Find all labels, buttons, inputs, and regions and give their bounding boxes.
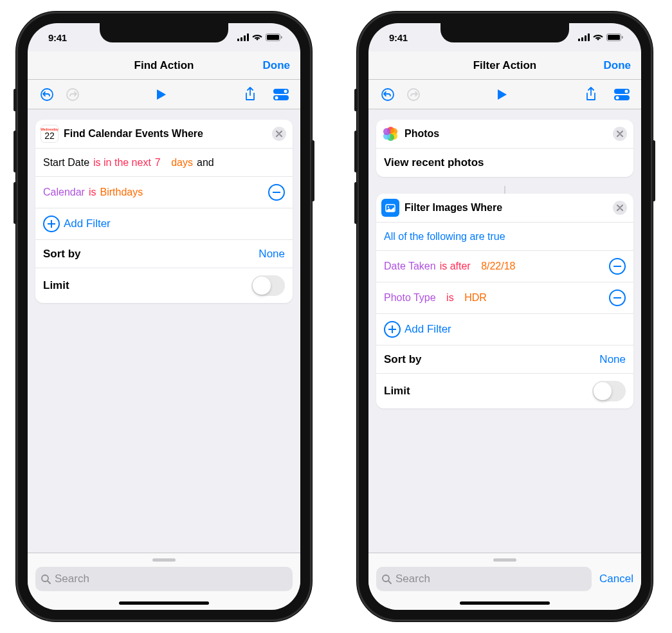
condition-mode-row[interactable]: All of the following are true <box>376 223 633 251</box>
svg-rect-5 <box>267 35 279 40</box>
limit-row[interactable]: Limit <box>35 268 293 303</box>
phone-right: 9:41 Filter Action Done <box>357 12 653 621</box>
view-recent-photos-row[interactable]: View recent photos <box>376 149 633 177</box>
sort-by-row[interactable]: Sort by None <box>35 240 293 268</box>
close-button[interactable] <box>272 127 286 141</box>
card-title: Filter Images Where <box>404 202 608 214</box>
close-button[interactable] <box>613 127 627 141</box>
filter-row-photo-type[interactable]: Photo Type is HDR <box>376 282 633 314</box>
nav-title: Find Action <box>134 59 194 72</box>
find-calendar-card: Wednesday 22 Find Calendar Events Where … <box>35 120 293 303</box>
svg-rect-1 <box>241 37 242 41</box>
card-title: Find Calendar Events Where <box>64 128 267 140</box>
svg-point-26 <box>616 96 619 99</box>
add-icon <box>384 321 401 338</box>
cancel-button[interactable]: Cancel <box>599 573 633 585</box>
limit-row[interactable]: Limit <box>376 374 633 408</box>
wifi-icon <box>252 33 262 41</box>
svg-rect-2 <box>244 35 246 41</box>
svg-rect-15 <box>581 37 583 41</box>
svg-rect-6 <box>281 36 282 39</box>
svg-point-10 <box>284 89 287 93</box>
limit-switch[interactable] <box>592 381 626 401</box>
svg-point-24 <box>625 89 628 93</box>
svg-point-28 <box>388 206 389 208</box>
remove-filter-button[interactable] <box>268 184 285 201</box>
photos-card: Photos View recent photos <box>376 120 633 177</box>
search-icon <box>381 574 392 584</box>
signal-icon <box>237 33 249 41</box>
status-time: 9:41 <box>48 32 67 43</box>
svg-rect-0 <box>237 39 239 41</box>
settings-button[interactable] <box>612 84 632 105</box>
home-indicator[interactable] <box>119 601 209 605</box>
nav-bar: Filter Action Done <box>368 51 641 80</box>
flow-connector <box>504 186 505 194</box>
redo-button <box>62 84 83 105</box>
play-button[interactable] <box>492 84 513 105</box>
settings-button[interactable] <box>271 84 291 105</box>
svg-point-8 <box>67 89 78 100</box>
calendar-icon: Wednesday 22 <box>41 125 59 143</box>
photos-icon <box>381 125 399 143</box>
play-button[interactable] <box>151 84 172 105</box>
remove-filter-button[interactable] <box>609 289 626 306</box>
svg-point-7 <box>41 89 53 100</box>
drag-handle-icon[interactable] <box>152 558 176 562</box>
search-icon <box>41 574 51 584</box>
phone-left: 9:41 Find Action Done Wednesd <box>16 12 312 621</box>
toolbar <box>368 80 641 109</box>
filter-row-date-taken[interactable]: Date Taken is after 8/22/18 <box>376 251 633 282</box>
done-button[interactable]: Done <box>263 59 291 72</box>
redo-button <box>403 84 424 105</box>
drag-handle-icon[interactable] <box>493 558 516 562</box>
add-icon <box>43 216 60 232</box>
bottom-panel[interactable]: Search <box>28 553 300 610</box>
limit-switch[interactable] <box>251 275 285 296</box>
undo-button[interactable] <box>37 84 57 105</box>
images-icon <box>381 199 399 217</box>
nav-bar: Find Action Done <box>28 51 300 80</box>
svg-rect-3 <box>247 33 249 41</box>
undo-button[interactable] <box>377 84 398 105</box>
filter-row-start-date[interactable]: Start Date is in the next 7 days and <box>35 149 293 177</box>
battery-icon <box>266 33 282 41</box>
svg-rect-16 <box>585 35 586 41</box>
svg-rect-14 <box>578 39 580 41</box>
home-indicator[interactable] <box>460 601 550 605</box>
filter-row-calendar[interactable]: Calendar is Birthdays <box>35 177 293 208</box>
nav-title: Filter Action <box>473 59 537 72</box>
share-button[interactable] <box>581 84 601 105</box>
battery-icon <box>606 33 623 41</box>
add-filter-row[interactable]: Add Filter <box>35 208 293 240</box>
search-input[interactable]: Search <box>376 567 592 591</box>
search-input[interactable]: Search <box>35 567 293 591</box>
add-filter-row[interactable]: Add Filter <box>376 314 633 345</box>
close-button[interactable] <box>613 201 627 215</box>
sort-by-row[interactable]: Sort by None <box>376 345 633 374</box>
share-button[interactable] <box>240 84 260 105</box>
svg-point-22 <box>408 89 419 100</box>
svg-rect-20 <box>622 36 623 39</box>
done-button[interactable]: Done <box>604 59 631 72</box>
svg-point-12 <box>275 96 278 99</box>
status-time: 9:41 <box>389 32 408 43</box>
svg-rect-19 <box>608 35 620 40</box>
toolbar <box>28 80 300 109</box>
bottom-panel[interactable]: Search Cancel <box>368 553 641 610</box>
wifi-icon <box>593 33 603 41</box>
remove-filter-button[interactable] <box>609 258 626 275</box>
card-title: Photos <box>404 128 608 140</box>
svg-point-21 <box>382 89 394 100</box>
filter-images-card: Filter Images Where All of the following… <box>376 194 633 408</box>
signal-icon <box>578 33 590 41</box>
svg-rect-17 <box>588 33 590 41</box>
